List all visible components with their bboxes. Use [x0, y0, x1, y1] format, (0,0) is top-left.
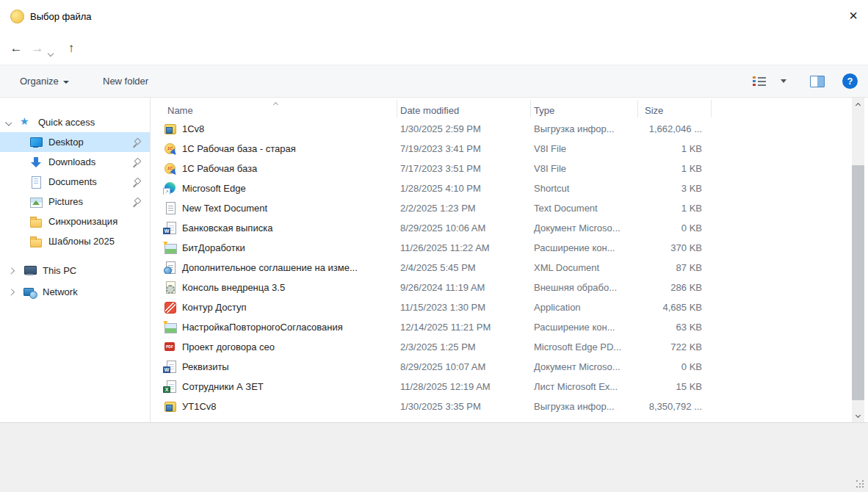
file-type-icon — [164, 202, 177, 214]
file-type: XML Document — [530, 262, 637, 273]
sidebar-tree-icon — [23, 265, 37, 277]
resize-grip[interactable] — [856, 480, 864, 488]
file-row[interactable]: 1С Рабочая база - старая 7/19/2023 3:41 … — [151, 139, 852, 159]
file-row[interactable]: Сотрудники А ЗЕТ 11/28/2025 12:19 AM Лис… — [151, 377, 852, 397]
file-row[interactable]: УТ1Cv8 1/30/2025 3:35 PM Выгрузка инфор.… — [151, 397, 852, 416]
pin-icon — [132, 158, 141, 167]
back-arrow-icon[interactable] — [7, 33, 26, 65]
sidebar-tree-item[interactable]: This PC — [0, 260, 150, 281]
title-bar: Выбор файла — [0, 0, 868, 33]
scroll-up-icon[interactable] — [852, 98, 864, 110]
sidebar-item[interactable]: Desktop — [0, 132, 150, 152]
file-row[interactable]: Проект договора сео 2/3/2025 1:25 PM Mic… — [151, 337, 852, 357]
history-chevron-icon[interactable] — [48, 47, 53, 58]
file-name: Контур Доступ — [182, 302, 247, 313]
file-type-icon — [164, 222, 177, 234]
organize-button[interactable]: Organize — [20, 65, 69, 97]
chevron-down-icon[interactable] — [5, 119, 12, 126]
sidebar-item[interactable]: Шаблоны 2025 — [0, 231, 150, 251]
sidebar-item[interactable]: Downloads — [0, 152, 150, 172]
chevron-right-icon[interactable] — [8, 267, 15, 274]
file-type: Внешняя обрабо... — [530, 282, 637, 293]
chevron-right-icon[interactable] — [8, 289, 15, 295]
pin-icon — [132, 138, 141, 147]
view-details-icon[interactable] — [753, 76, 767, 87]
sidebar-item-label: Documents — [48, 176, 97, 187]
file-row[interactable]: 1Cv8 1/30/2025 2:59 PM Выгрузка инфор...… — [151, 119, 852, 139]
file-size: 3 KB — [637, 183, 711, 194]
file-size: 286 KB — [637, 282, 711, 293]
dialog-footer: File name: Все файлы (*.*) Open Cancel — [0, 422, 868, 492]
file-size: 15 KB — [637, 381, 711, 392]
main-area: Quick access Desktop Downloads — [0, 98, 852, 422]
file-date-modified: 12/14/2025 11:21 PM — [397, 322, 530, 333]
sidebar-quick-access[interactable]: Quick access — [0, 112, 150, 132]
file-row[interactable]: Реквизиты 8/29/2025 10:07 AM Документ Mi… — [151, 357, 852, 377]
scrollbar-thumb[interactable] — [852, 165, 864, 400]
close-icon[interactable] — [840, 4, 867, 27]
file-size: 1 KB — [637, 203, 711, 214]
sidebar-tree-item[interactable]: Network — [0, 281, 150, 303]
command-toolbar: Organize New folder — [0, 65, 868, 98]
file-date-modified: 7/19/2023 3:41 PM — [397, 143, 530, 154]
file-name: Проект договора сео — [182, 341, 275, 352]
sort-ascending-icon — [274, 98, 278, 109]
help-icon[interactable] — [842, 73, 858, 89]
file-row[interactable]: НастройкаПовторногоСогласования 12/14/20… — [151, 317, 852, 337]
window-title: Выбор файла — [30, 11, 92, 22]
up-arrow-icon[interactable] — [62, 33, 81, 65]
column-divider[interactable] — [637, 100, 638, 117]
file-name: Консоль внедренца 3.5 — [182, 282, 285, 293]
new-folder-button[interactable]: New folder — [103, 65, 148, 97]
file-row[interactable]: Контур Доступ 11/15/2023 1:30 PM Applica… — [151, 297, 852, 317]
column-divider[interactable] — [711, 100, 712, 117]
scroll-down-icon[interactable] — [852, 410, 864, 422]
file-size: 0 KB — [637, 361, 711, 372]
file-name: Банковская выписка — [182, 223, 272, 234]
sidebar-item-label: Синхронизация — [48, 216, 117, 227]
file-row[interactable]: БитДоработки 11/26/2025 11:22 AM Расшире… — [151, 238, 852, 258]
vertical-scrollbar[interactable] — [852, 98, 864, 422]
file-row[interactable]: New Text Document 2/2/2025 1:23 PM Text … — [151, 198, 852, 218]
column-divider[interactable] — [397, 100, 397, 117]
view-options-chevron-icon[interactable] — [781, 79, 786, 83]
file-type-icon — [164, 123, 177, 135]
file-row[interactable]: Консоль внедренца 3.5 9/26/2024 11:19 AM… — [151, 278, 852, 297]
file-type: Расширение кон... — [530, 322, 637, 333]
sidebar-tree-icon — [23, 286, 37, 298]
file-row[interactable]: Дополнительное соглашение на изме... 2/4… — [151, 258, 852, 278]
sidebar-tree-label: This PC — [43, 265, 76, 276]
pin-icon — [132, 178, 141, 187]
file-type: Microsoft Edge PD... — [530, 341, 637, 352]
navigation-bar: This PC Desktop Search Desktop — [0, 33, 868, 65]
file-row[interactable]: Microsoft Edge 1/28/2025 4:10 PM Shortcu… — [151, 178, 852, 198]
file-name: New Text Document — [182, 203, 267, 214]
file-size: 1,662,046 ... — [637, 123, 711, 134]
column-header-date-modified[interactable]: Date modified — [397, 105, 530, 116]
sidebar-item[interactable]: Синхронизация — [0, 211, 150, 231]
sidebar-item[interactable]: Documents — [0, 172, 150, 192]
file-date-modified: 2/4/2025 5:45 PM — [397, 262, 530, 273]
file-row[interactable]: 1С Рабочая база 7/17/2023 3:51 PM V8I Fi… — [151, 159, 852, 178]
file-size: 1 KB — [637, 143, 711, 154]
column-divider[interactable] — [530, 100, 531, 117]
pin-icon — [132, 198, 141, 206]
sidebar-item[interactable]: Pictures — [0, 192, 150, 211]
quick-access-star-icon — [19, 117, 32, 129]
file-size: 4,685 KB — [637, 302, 711, 313]
file-name: НастройкаПовторногоСогласования — [182, 322, 343, 333]
preview-pane-icon[interactable] — [810, 76, 825, 87]
file-size: 63 KB — [637, 322, 711, 333]
chevron-down-icon — [63, 81, 69, 84]
file-size: 0 KB — [637, 223, 711, 234]
column-header-size[interactable]: Size — [637, 105, 711, 116]
file-size: 370 KB — [637, 242, 711, 253]
file-row[interactable]: Банковская выписка 8/29/2025 10:06 AM До… — [151, 218, 852, 238]
sidebar-tree-label: Network — [43, 286, 78, 297]
file-type: Text Document — [530, 203, 637, 214]
file-date-modified: 9/26/2024 11:19 AM — [397, 282, 530, 293]
column-header-type[interactable]: Type — [530, 105, 637, 116]
file-type-icon — [164, 400, 177, 413]
app-1c-icon — [10, 10, 24, 23]
file-date-modified: 1/30/2025 2:59 PM — [397, 123, 530, 134]
